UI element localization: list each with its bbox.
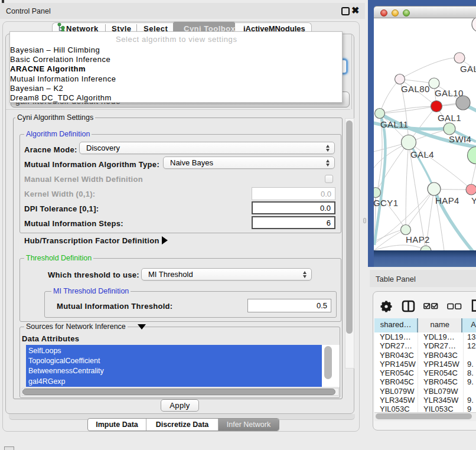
- svg-text:YE: YE: [471, 195, 476, 206]
- svg-text:GAL4: GAL4: [410, 149, 434, 159]
- svg-text:GAL80: GAL80: [401, 84, 430, 94]
- svg-text:GAL11: GAL11: [380, 119, 409, 129]
- svg-text:SWI4: SWI4: [449, 134, 471, 144]
- svg-text:GAL10: GAL10: [435, 88, 464, 98]
- svg-text:GAL1: GAL1: [438, 113, 461, 123]
- svg-text:GCY1: GCY1: [374, 198, 398, 208]
- svg-text:HAP4: HAP4: [435, 195, 459, 206]
- svg-text:HAP2: HAP2: [406, 234, 430, 244]
- svg-text:GAL2: GAL2: [460, 64, 476, 74]
